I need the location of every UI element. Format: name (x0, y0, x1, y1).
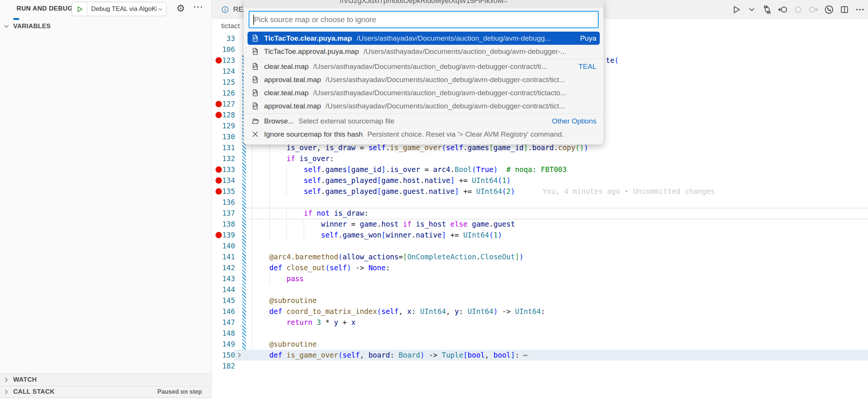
code-line-132: 132 if is_over: (212, 153, 868, 164)
code-text: @subroutine (252, 295, 317, 306)
line-number[interactable]: 141 (212, 251, 235, 262)
info-icon (221, 5, 229, 14)
debug-progress-bar (13, 18, 19, 20)
debug-configuration-dropdown[interactable]: Debug TEAL via AlgoKi (72, 2, 167, 16)
code-line-139: 139 self.games_won[winner.native] += UIn… (212, 230, 868, 241)
quickpick-item-label: clear.teal.map (264, 62, 309, 71)
line-number[interactable]: 139 (212, 230, 235, 241)
line-number[interactable]: 137 (212, 208, 235, 219)
code-line-140: 140 (212, 241, 868, 251)
gear-icon[interactable]: ⚙ (176, 3, 185, 14)
sidebar-title: RUN AND DEBUG (17, 5, 73, 12)
file-code-icon (251, 62, 260, 71)
line-number[interactable]: 130 (212, 131, 235, 142)
code-line-142: 142 def close_out(self) -> None: (212, 262, 868, 273)
line-number[interactable]: 132 (212, 153, 235, 164)
code-line-146: 146 def coord_to_matrix_index(self, x: U… (212, 306, 868, 317)
code-text: self.games_won[winner.native] += UInt64(… (252, 230, 502, 241)
line-number[interactable]: 124 (212, 66, 235, 77)
code-text: return 3 * y + x (252, 317, 356, 328)
variables-section-header[interactable]: VARIABLES (0, 21, 211, 32)
quickpick-item-description: Select external sourcemap file (298, 117, 394, 125)
line-number[interactable]: 128 (212, 110, 235, 120)
code-text: if is_over: (252, 153, 334, 164)
code-text: def is_game_over(self, board: Board) -> … (252, 350, 527, 361)
quickpick-item-description: /Users/asthayadav/Documents/auction_debu… (364, 47, 567, 56)
quickpick-item[interactable]: Ignore sourcemap for this hashPersistent… (248, 128, 600, 141)
debug-configuration-label: Debug TEAL via AlgoKi (87, 5, 157, 13)
split-editor-icon[interactable] (839, 5, 850, 15)
previous-change-icon[interactable] (778, 5, 788, 15)
line-number[interactable]: 135 (212, 186, 235, 197)
quickpick-item-badge[interactable]: Other Options (547, 117, 596, 125)
code-text: def close_out(self) -> None: (252, 262, 390, 273)
start-debugging-button[interactable] (72, 2, 87, 16)
line-number[interactable]: 144 (212, 284, 235, 295)
quickpick-item-label: TicTacToe.clear.puya.map (264, 34, 352, 43)
quickpick-item-description: /Users/asthayadav/Documents/auction_debu… (326, 102, 565, 110)
watch-section-header[interactable]: WATCH (0, 373, 211, 386)
quickpick-search-input[interactable] (249, 11, 599, 28)
line-number[interactable]: 145 (212, 295, 235, 306)
line-number[interactable]: 131 (212, 142, 235, 153)
line-number[interactable]: 138 (212, 219, 235, 230)
line-number[interactable]: 149 (212, 339, 235, 350)
call-stack-section-header[interactable]: CALL STACK Paused on step (0, 386, 211, 398)
quickpick-item[interactable]: Browse...Select external sourcemap fileO… (248, 114, 600, 128)
more-actions-icon[interactable] (855, 5, 865, 15)
quickpick-item-label: approval.teal.map (264, 76, 321, 84)
line-number[interactable]: 33 (212, 33, 235, 44)
line-number[interactable]: 147 (212, 317, 235, 328)
code-line-136: 136 (212, 197, 868, 208)
quickpick-item-label: Ignore sourcemap for this hash (264, 130, 363, 139)
compare-changes-icon[interactable] (762, 5, 772, 15)
quickpick-item[interactable]: approval.teal.map/Users/asthayadav/Docum… (248, 99, 600, 113)
code-line-133: 133 self.games[game_id].is_over = arc4.B… (212, 164, 868, 175)
line-number[interactable]: 127 (212, 99, 235, 110)
line-number[interactable]: 150 (212, 350, 235, 361)
code-line-134: 134 self.games_played[game.host.native] … (212, 175, 868, 186)
line-number[interactable]: 143 (212, 273, 235, 284)
line-number[interactable]: 140 (212, 241, 235, 251)
line-number[interactable]: 129 (212, 120, 235, 131)
line-number[interactable]: 148 (212, 328, 235, 339)
fold-chevron-icon[interactable] (235, 351, 243, 359)
quickpick-item-description: /Users/asthayadav/Documents/auction_debu… (326, 76, 565, 84)
line-number[interactable]: 182 (212, 361, 235, 372)
quickpick-input-container (244, 8, 604, 30)
quickpick-item[interactable]: clear.teal.map/Users/asthayadav/Document… (248, 60, 600, 73)
quickpick-item-label: Browse... (264, 117, 294, 125)
quickpick-item[interactable]: clear.teal.map/Users/asthayadav/Document… (248, 86, 600, 99)
line-number[interactable]: 146 (212, 306, 235, 317)
breadcrumb[interactable]: tictact (221, 19, 240, 33)
next-change-icon[interactable] (808, 5, 819, 15)
more-actions-icon[interactable]: ⋯ (193, 1, 204, 13)
line-number[interactable]: 125 (212, 77, 235, 88)
code-line-145: 145 @subroutine (212, 295, 868, 306)
line-number[interactable]: 134 (212, 175, 235, 186)
line-number[interactable]: 123 (212, 55, 235, 66)
chevron-down-icon (3, 23, 10, 30)
file-code-icon (251, 88, 260, 97)
line-number[interactable]: 126 (212, 88, 235, 99)
run-dropdown-chevron-icon[interactable] (747, 5, 757, 15)
quickpick-item[interactable]: TicTacToe.approval.puya.map/Users/asthay… (248, 45, 600, 58)
file-code-icon (251, 47, 260, 56)
variables-label: VARIABLES (13, 23, 51, 30)
line-number[interactable]: 106 (212, 44, 235, 55)
revert-change-icon[interactable] (793, 5, 803, 15)
quickpick-item[interactable]: TicTacToe.clear.puya.map/Users/asthayada… (248, 32, 600, 45)
commit-graph-icon[interactable] (824, 5, 834, 15)
quickpick-item[interactable]: approval.teal.map/Users/asthayadav/Docum… (248, 73, 600, 86)
file-code-icon (251, 102, 260, 110)
code-text: if not is_draw: (252, 208, 368, 219)
quickpick-item-description: /Users/asthayadav/Documents/auction_debu… (313, 62, 547, 71)
run-icon[interactable] (731, 5, 741, 15)
chevron-right-icon (3, 388, 10, 396)
code-line-135: 135 self.games_played[game.guest.native]… (212, 186, 868, 197)
line-number[interactable]: 142 (212, 262, 235, 273)
quickpick-item-badge: Puya (576, 34, 596, 43)
code-text: @arc4.baremethod(allow_actions=[OnComple… (252, 251, 524, 262)
line-number[interactable]: 133 (212, 164, 235, 175)
line-number[interactable]: 136 (212, 197, 235, 208)
